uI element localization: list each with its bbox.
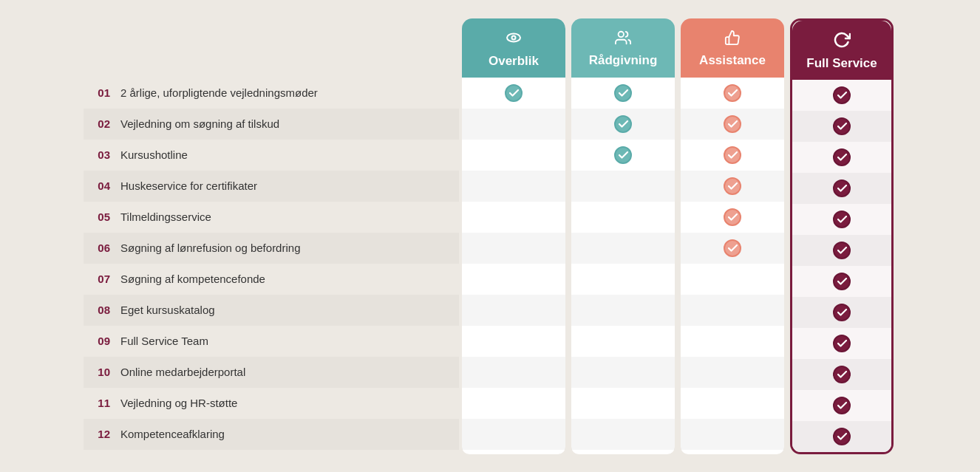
plan-cell (792, 80, 891, 111)
svg-point-2 (619, 31, 624, 36)
plan-cell (792, 359, 891, 390)
plan-cell (571, 326, 675, 357)
plan-cell (681, 264, 784, 295)
plan-cell (571, 171, 675, 202)
eye-icon (505, 29, 523, 51)
plan-cell (681, 171, 784, 202)
plan-cell (571, 140, 675, 171)
plan-cell (792, 235, 891, 266)
plan-cell (571, 264, 675, 295)
plan-cell (792, 390, 891, 421)
label-row: 08Eget kursuskatalog (84, 295, 459, 326)
plan-cell (462, 140, 565, 171)
check-icon (724, 115, 741, 133)
plan-cell (462, 202, 565, 233)
plan-cell (462, 171, 565, 202)
check-icon (614, 84, 632, 102)
plan-header-overblik: Overblik (462, 18, 565, 78)
row-text: Online medarbejderportal (120, 366, 245, 378)
svg-point-1 (512, 35, 516, 39)
plan-column-fullservice: Full Service (790, 18, 894, 454)
row-text: Kompetenceafklaring (120, 428, 225, 440)
plan-cell (462, 109, 565, 140)
plan-cell (681, 202, 784, 233)
label-row: 02Vejledning om søgning af tilskud (84, 109, 459, 140)
row-text: Eget kursuskatalog (120, 304, 215, 316)
row-number: 05 (84, 211, 110, 223)
row-number: 04 (84, 179, 110, 192)
row-text: Søgning af kompetencefonde (120, 273, 265, 285)
plan-cell (571, 109, 675, 140)
plan-cell (462, 419, 565, 450)
plan-cell (462, 295, 565, 326)
check-icon (833, 397, 851, 414)
label-row: 11Vejledning og HR-støtte (84, 388, 459, 419)
plan-cell (681, 388, 784, 419)
row-number: 10 (84, 366, 110, 378)
row-number: 02 (84, 117, 110, 130)
plan-cell (571, 419, 675, 450)
plan-cell (681, 295, 784, 326)
plan-header-assistance: Assistance (681, 18, 784, 78)
row-number: 12 (84, 428, 110, 440)
person-icon (615, 30, 631, 50)
comparison-table: 012 årlige, uforpligtende vejledningsmød… (84, 18, 896, 454)
check-icon (833, 86, 851, 104)
check-icon (724, 146, 741, 164)
thumb-icon (724, 30, 741, 50)
svg-point-0 (507, 33, 520, 41)
plan-cell (571, 295, 675, 326)
plan-cell (792, 111, 891, 142)
plan-header-radgivning: Rådgivning (571, 18, 675, 78)
row-number: 08 (84, 304, 110, 316)
plan-cell (792, 328, 891, 359)
plan-column-radgivning: Rådgivning (571, 18, 675, 454)
row-number: 11 (84, 397, 110, 409)
label-row: 03Kursushotline (84, 140, 459, 171)
plan-cell (462, 357, 565, 388)
label-row: 10Online medarbejderportal (84, 357, 459, 388)
refresh-icon (833, 31, 851, 53)
plan-cell (462, 388, 565, 419)
plan-cell (462, 326, 565, 357)
labels-column: 012 årlige, uforpligtende vejledningsmød… (84, 18, 459, 454)
check-icon (833, 335, 851, 352)
label-row: 05Tilmeldingsservice (84, 202, 459, 233)
plan-cell (792, 142, 891, 173)
check-icon (833, 242, 851, 259)
plan-cell (571, 78, 675, 109)
check-icon (833, 211, 851, 228)
plan-cell (681, 233, 784, 264)
plan-name: Rådgivning (589, 53, 658, 68)
plan-name: Overblik (489, 54, 539, 69)
row-text: Full Service Team (120, 335, 208, 347)
check-icon (833, 117, 851, 135)
label-row: 04Huskeservice for certifikater (84, 171, 459, 202)
plan-body-fullservice (792, 80, 891, 452)
row-text: Vejledning om søgning af tilskud (120, 117, 279, 130)
plan-body-radgivning (571, 78, 675, 454)
check-icon (614, 146, 632, 164)
check-icon (833, 366, 851, 383)
plan-cell (792, 421, 891, 452)
row-text: Kursushotline (120, 148, 188, 161)
plan-cell (571, 233, 675, 264)
plan-cell (792, 204, 891, 235)
plan-cell (571, 388, 675, 419)
check-icon (833, 148, 851, 166)
check-icon (833, 304, 851, 321)
plan-column-assistance: Assistance (681, 18, 784, 454)
label-row: 06Søgning af lønrefusion og befordring (84, 233, 459, 264)
label-row: 09Full Service Team (84, 326, 459, 357)
plan-cell (571, 202, 675, 233)
plan-cell (792, 173, 891, 204)
row-text: Søgning af lønrefusion og befordring (120, 242, 300, 254)
label-row: 07Søgning af kompetencefonde (84, 264, 459, 295)
plan-cell (681, 78, 784, 109)
label-header-spacer (84, 18, 459, 78)
plan-cell (462, 78, 565, 109)
row-text: Huskeservice for certifikater (120, 179, 257, 192)
row-text: Tilmeldingsservice (120, 211, 211, 223)
plan-cell (462, 233, 565, 264)
check-icon (724, 177, 741, 195)
